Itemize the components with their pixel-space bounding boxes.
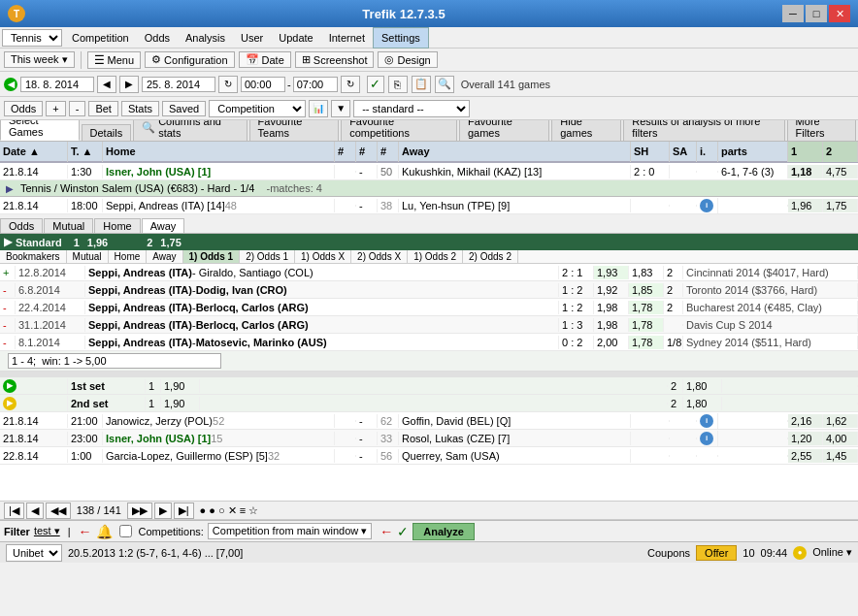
sub-tab-odds2-1[interactable]: 1) Odds 2 xyxy=(408,250,463,263)
inner-tab-home[interactable]: Home xyxy=(94,218,140,233)
date-from-input[interactable] xyxy=(20,77,94,92)
ot3-away[interactable]: Querrey, Sam (USA) xyxy=(399,449,631,463)
or5-match[interactable]: Seppi, Andreas (ITA) - Matosevic, Marink… xyxy=(85,336,559,349)
online-status[interactable]: Online ▾ xyxy=(812,546,852,559)
m1-info[interactable]: i xyxy=(697,198,718,213)
nav-prev-button[interactable]: ◀ xyxy=(26,503,44,519)
or4-match[interactable]: Seppi, Andreas (ITA) - Berlocq, Carlos (… xyxy=(85,318,559,332)
sport-select[interactable]: Tennis xyxy=(2,29,62,47)
bell-icon[interactable]: 🔔 xyxy=(96,524,113,539)
competition-select[interactable]: Competition xyxy=(209,100,306,117)
sub-tab-away[interactable]: Away xyxy=(147,250,182,263)
menu-competition[interactable]: Competition xyxy=(64,27,137,49)
date-next-button[interactable]: ▶ xyxy=(119,76,139,93)
row1-home[interactable]: Isner, John (USA) [1] xyxy=(103,165,335,178)
tab-favourite-teams[interactable]: Favourite Teams xyxy=(249,120,340,141)
saved-button[interactable]: Saved xyxy=(162,101,206,116)
menu-user[interactable]: User xyxy=(233,27,271,49)
expand-icon[interactable]: ▶ xyxy=(6,183,14,194)
time-to-input[interactable] xyxy=(293,77,338,92)
set1-expand-icon[interactable]: ▶ xyxy=(3,379,16,393)
filter-value[interactable]: test ▾ xyxy=(34,525,60,537)
config-button[interactable]: ⚙ Configuration xyxy=(145,51,234,68)
or1-match[interactable]: Seppi, Andreas (ITA) - Giraldo, Santiago… xyxy=(85,266,559,279)
nav-first-button[interactable]: |◀ xyxy=(4,503,24,519)
comp-from-window-dropdown[interactable]: Competition from main window ▾ xyxy=(208,523,372,539)
screenshot-button[interactable]: ⊞ Screenshot xyxy=(295,51,375,68)
stats-button[interactable]: Stats xyxy=(121,101,159,116)
minimize-button[interactable]: ─ xyxy=(782,5,804,22)
offer-button[interactable]: Offer xyxy=(696,545,737,561)
row1-away[interactable]: Kukushkin, Mikhail (KAZ) [13] xyxy=(399,165,631,178)
col-t[interactable]: T. ▲ xyxy=(68,142,103,162)
sub-tab-odds1-1[interactable]: 1) Odds 1 xyxy=(183,250,241,263)
check2-icon[interactable]: ✓ xyxy=(397,524,409,539)
arrow-left-icon[interactable]: ← xyxy=(79,524,92,539)
m1-home[interactable]: Seppi, Andreas (ITA) [14] 48 xyxy=(103,199,335,212)
check-button[interactable]: ✓ xyxy=(367,76,384,93)
design-button[interactable]: ◎ Design xyxy=(378,51,437,68)
bet-formula-input[interactable] xyxy=(8,353,221,369)
date-prev-button[interactable]: ◀ xyxy=(97,76,116,93)
bookmaker-select[interactable]: Unibet xyxy=(6,544,62,562)
sub-tab-oddsx-1[interactable]: 1) Odds X xyxy=(295,250,351,263)
menu-internet[interactable]: Internet xyxy=(321,27,373,49)
competitions-checkbox[interactable] xyxy=(119,525,132,537)
odds-button[interactable]: Odds xyxy=(4,101,43,116)
paste-button[interactable]: 📋 xyxy=(412,76,431,93)
nav-next10-button[interactable]: ▶▶ xyxy=(127,503,152,519)
tab-favourite-comps[interactable]: Favourite competitions xyxy=(341,120,457,141)
tab-results-analysis[interactable]: Results of analysis of more filters xyxy=(623,120,784,141)
nav-next-button[interactable]: ▶ xyxy=(154,503,172,519)
nav-prev10-button[interactable]: ◀◀ xyxy=(46,503,71,519)
standard-select[interactable]: -- standard -- xyxy=(353,100,470,117)
inner-tab-away[interactable]: Away xyxy=(142,218,185,233)
tab-hide-games[interactable]: Hide games xyxy=(551,120,621,141)
maximize-button[interactable]: □ xyxy=(806,5,827,22)
sub-tab-oddsx-2[interactable]: 2) Odds X xyxy=(351,250,408,263)
date-refresh-button[interactable]: ↻ xyxy=(218,76,238,93)
sub-tab-mutual[interactable]: Mutual xyxy=(67,250,109,263)
menu-odds[interactable]: Odds xyxy=(137,27,178,49)
nav-last-button[interactable]: ▶| xyxy=(174,503,194,519)
sub-tab-home[interactable]: Home xyxy=(109,250,148,263)
copy-button[interactable]: ⎘ xyxy=(388,76,408,93)
ot1-info[interactable]: i xyxy=(697,413,718,429)
this-week-button[interactable]: This week ▾ xyxy=(4,51,75,68)
m1-away[interactable]: Lu, Yen-hsun (TPE) [9] xyxy=(399,199,631,212)
tab-more-filters[interactable]: More Filters xyxy=(787,120,856,141)
inner-tab-odds[interactable]: Odds xyxy=(0,218,43,233)
time-from-input[interactable] xyxy=(241,77,285,92)
tab-details[interactable]: Details xyxy=(82,124,132,141)
bet-button[interactable]: Bet xyxy=(88,101,118,116)
tab-columns-stats[interactable]: 🔍 Columns and stats xyxy=(133,120,247,141)
col-away[interactable]: Away xyxy=(399,142,631,162)
or2-match[interactable]: Seppi, Andreas (ITA) - Dodig, Ivan (CRO) xyxy=(85,283,559,297)
date-to-input[interactable] xyxy=(142,77,215,92)
tab-select-games[interactable]: Select Games xyxy=(0,120,80,141)
inner-tab-mutual[interactable]: Mutual xyxy=(44,218,93,233)
sub-tab-odds2-2[interactable]: 2) Odds 2 xyxy=(463,250,518,263)
ot1-home[interactable]: Janowicz, Jerzy (POL) 52 xyxy=(103,414,335,428)
ot3-home[interactable]: Garcia-Lopez, Guillermo (ESP) [5] 32 xyxy=(103,449,335,463)
menu-update[interactable]: Update xyxy=(271,27,320,49)
tab-favourite-games[interactable]: Favourite games xyxy=(459,120,549,141)
date-button[interactable]: 📅 Date xyxy=(239,51,291,68)
menu-analysis[interactable]: Analysis xyxy=(178,27,233,49)
arrow-left2-icon[interactable]: ← xyxy=(380,524,393,539)
ot2-home[interactable]: Isner, John (USA) [1] 15 xyxy=(103,432,335,445)
plus-button[interactable]: + xyxy=(46,101,65,116)
time-refresh-button[interactable]: ↻ xyxy=(341,76,360,93)
ot1-away[interactable]: Goffin, David (BEL) [Q] xyxy=(399,414,631,428)
minus-button[interactable]: - xyxy=(69,101,86,116)
comp-filter-button[interactable]: ▼ xyxy=(331,100,350,117)
ot2-info[interactable]: i xyxy=(697,431,718,446)
menu-button[interactable]: ☰ Menu xyxy=(87,51,142,69)
sub-tab-odds1-2[interactable]: 2) Odds 1 xyxy=(240,250,295,263)
menu-settings[interactable]: Settings xyxy=(373,27,429,49)
search-button[interactable]: 🔍 xyxy=(435,76,454,93)
s1-expand[interactable]: ▶ xyxy=(0,378,68,394)
analyze-button[interactable]: Analyze xyxy=(412,523,475,540)
col-home[interactable]: Home xyxy=(103,142,335,162)
standard-expand[interactable]: ▶ xyxy=(4,236,12,248)
